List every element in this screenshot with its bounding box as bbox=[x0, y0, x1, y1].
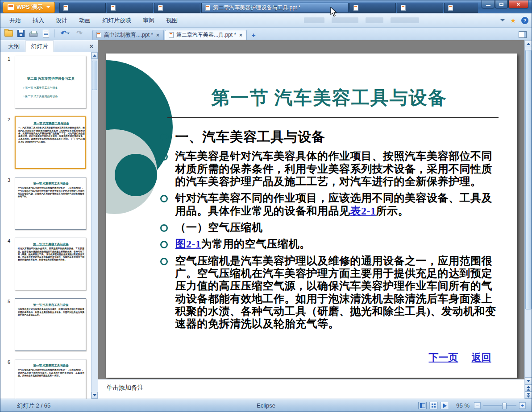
arrow-down-icon bbox=[527, 380, 530, 382]
zoom-slider[interactable] bbox=[483, 402, 516, 409]
nav-link-返回[interactable]: 返回 bbox=[472, 352, 491, 363]
save-icon bbox=[17, 30, 25, 37]
tab-slides[interactable]: 幻灯片 bbox=[25, 41, 54, 52]
menu-item-视图[interactable]: 视图 bbox=[160, 15, 183, 26]
inactive-window-tab[interactable] bbox=[107, 3, 153, 13]
thumbnail-content: 第一节 汽车美容工具与设备空气压缩机是汽车美容护理以及维修的通用设备之一，应用范… bbox=[15, 181, 86, 230]
scroll-up-button[interactable] bbox=[91, 52, 98, 59]
document-tab-close-icon[interactable]: × bbox=[239, 32, 243, 38]
slide-title[interactable]: 第一节 汽车美容工具与设备 bbox=[159, 86, 499, 110]
ppt-file-icon bbox=[96, 32, 101, 38]
minimize-button[interactable] bbox=[482, 0, 495, 8]
tab-outline[interactable]: 大纲 bbox=[3, 41, 25, 52]
inactive-window-tab[interactable] bbox=[349, 3, 396, 13]
undo-button[interactable]: ↶ bbox=[58, 29, 72, 38]
slideshow-button[interactable] bbox=[441, 402, 449, 409]
scroll-down-button[interactable] bbox=[525, 377, 532, 384]
menu-item-动画[interactable]: 动画 bbox=[73, 15, 96, 26]
wps-app-button[interactable]: WPS 演示 bbox=[3, 2, 55, 13]
slide-number: 4 bbox=[8, 238, 10, 243]
inactive-window-tab[interactable] bbox=[444, 3, 478, 13]
sidebar-scroll-track[interactable] bbox=[91, 59, 98, 392]
print-icon bbox=[29, 33, 37, 37]
help-icon[interactable]: ? bbox=[521, 17, 528, 24]
zoom-out-button[interactable]: − bbox=[474, 402, 481, 409]
thumbnail-row: 5第一节 汽车美容工具与设备汽车美容是针对汽车美容具体的作业项目、按照汽车美容部… bbox=[15, 298, 86, 351]
slide-canvas: 第一节 汽车美容工具与设备 一、汽车美容工具与设备汽车美容是针对汽车美容具体的作… bbox=[98, 40, 524, 379]
close-button[interactable]: × bbox=[508, 0, 528, 8]
hyperlink-表2-1[interactable]: 表2-1 bbox=[350, 205, 376, 217]
thumbnail-row: 4第一节 汽车美容工具与设备针对汽车美容不同的作业项目，应该选用不同的美容设备、… bbox=[15, 238, 86, 290]
slide-thumbnail-2[interactable]: 第一节 汽车美容工具与设备一、汽车美容工具与设备 汽车美容是针对汽车美容具体的作… bbox=[15, 116, 86, 169]
presentation-file-icon bbox=[353, 5, 358, 11]
thumbnail-content: 第一节 汽车美容工具与设备空气压缩机是汽车美容护理以及维修的通用设备之一，应用范… bbox=[15, 363, 86, 399]
new-document-tab-button[interactable]: + bbox=[249, 31, 258, 39]
sidebar-tabs: 大纲 幻灯片 × bbox=[0, 40, 98, 52]
sidebar-close-button[interactable]: × bbox=[88, 43, 95, 50]
wps-logo-icon bbox=[8, 4, 14, 10]
slide-text: 空气压缩机是汽车美容护理以及维修的通用设备之一，应用范围很广。空气压缩机在汽车美… bbox=[175, 255, 496, 330]
normal-view-button[interactable] bbox=[418, 402, 427, 409]
document-tab[interactable]: 第二章汽车美容...具.ppt *× bbox=[165, 30, 247, 40]
save-button[interactable] bbox=[16, 29, 26, 38]
nav-link-下一页[interactable]: 下一页 bbox=[429, 352, 458, 363]
bullet-circle-icon bbox=[160, 258, 168, 265]
redo-button[interactable]: ↷ bbox=[75, 29, 84, 38]
inactive-window-tab[interactable] bbox=[59, 3, 106, 13]
zoom-slider-thumb[interactable] bbox=[502, 403, 507, 409]
document-tab[interactable]: 高中法制教育....ppt *× bbox=[92, 30, 164, 40]
print-preview-icon bbox=[43, 30, 49, 37]
thumbnail-body: 空气压缩机是汽车美容护理以及维修的通用设备之一，应用范围很广。针对汽车美容不同的… bbox=[15, 367, 86, 377]
menu-item-设计[interactable]: 设计 bbox=[50, 15, 73, 26]
menu-item-幻灯片放映[interactable]: 幻灯片放映 bbox=[96, 15, 137, 26]
thumbnail-list: 1第二章 汽车美容护理设备与工具○ 第一节 汽车美容工具与设备○ 第二节 汽车美… bbox=[0, 52, 91, 399]
slide-thumbnail-6[interactable]: 第一节 汽车美容工具与设备空气压缩机是汽车美容护理以及维修的通用设备之一，应用范… bbox=[15, 359, 86, 399]
slide-thumbnail-5[interactable]: 第一节 汽车美容工具与设备汽车美容是针对汽车美容具体的作业项目、按照汽车美容部位… bbox=[15, 298, 86, 351]
thumbnail-row: 6第一节 汽车美容工具与设备空气压缩机是汽车美容护理以及维修的通用设备之一，应用… bbox=[15, 359, 86, 399]
main-scroll-track[interactable] bbox=[525, 47, 532, 377]
scroll-down-button[interactable] bbox=[91, 392, 98, 399]
sidebar-scroll-thumb[interactable] bbox=[92, 61, 97, 90]
main-scrollbar[interactable] bbox=[524, 40, 532, 399]
collapse-toolbar-icon[interactable] bbox=[500, 19, 505, 21]
document-tab-close-icon[interactable]: × bbox=[156, 32, 160, 38]
print-preview-button[interactable] bbox=[41, 29, 51, 38]
active-window-tab[interactable]: 第二章汽车美容护理设备与工具.ppt * bbox=[201, 3, 349, 13]
slide-thumbnail-3[interactable]: 第一节 汽车美容工具与设备空气压缩机是汽车美容护理以及维修的通用设备之一，应用范… bbox=[15, 177, 86, 230]
slide-editor[interactable]: 第一节 汽车美容工具与设备 一、汽车美容工具与设备汽车美容是针对汽车美容具体的作… bbox=[106, 54, 517, 378]
hyperlink-图2-1[interactable]: 图2-1 bbox=[175, 238, 201, 250]
chevron-down-icon bbox=[46, 6, 50, 8]
menu-item-审阅[interactable]: 审阅 bbox=[137, 15, 160, 26]
print-button[interactable] bbox=[29, 29, 38, 38]
thumbnail-content: 第一节 汽车美容工具与设备一、汽车美容工具与设备 汽车美容是针对汽车美容具体的作… bbox=[16, 121, 86, 169]
favorites-star-icon[interactable]: ★ bbox=[510, 17, 516, 24]
sidebar-scrollbar[interactable] bbox=[91, 52, 98, 399]
slide-bullet: 空气压缩机是汽车美容护理以及维修的通用设备之一，应用范围很广。空气压缩机在汽车美… bbox=[159, 255, 499, 330]
inactive-window-tab[interactable] bbox=[397, 3, 443, 13]
main-scroll-thumb[interactable] bbox=[525, 50, 532, 309]
zoom-in-button[interactable]: + bbox=[519, 402, 526, 409]
presentation-file-icon bbox=[63, 5, 68, 11]
slide-sorter-button[interactable] bbox=[429, 402, 438, 409]
quick-access-icons: ↶ ↷ bbox=[2, 27, 86, 40]
thumbnail-content: 第一节 汽车美容工具与设备汽车美容是针对汽车美容具体的作业项目、按照汽车美容部位… bbox=[15, 303, 86, 351]
slide-thumbnail-1[interactable]: 第二章 汽车美容护理设备与工具○ 第一节 汽车美容工具与设备○ 第二节 汽车美容… bbox=[15, 56, 86, 108]
slide-indicator: 幻灯片 2 / 65 bbox=[0, 402, 50, 410]
thumbnail-title: 第一节 汽车美容工具与设备 bbox=[16, 121, 86, 125]
task-pane-icon[interactable] bbox=[519, 31, 527, 38]
thumbnail-row: 1第二章 汽车美容护理设备与工具○ 第一节 汽车美容工具与设备○ 第二节 汽车美… bbox=[15, 56, 86, 108]
inactive-window-tab[interactable] bbox=[154, 3, 200, 13]
maximize-button[interactable] bbox=[495, 0, 508, 8]
next-slide-button[interactable] bbox=[525, 391, 532, 399]
document-tab-label: 第二章汽车美容...具.ppt * bbox=[176, 31, 236, 39]
open-file-button[interactable] bbox=[4, 29, 13, 38]
scroll-up-button[interactable] bbox=[525, 40, 532, 47]
slide-body-text[interactable]: 一、汽车美容工具与设备汽车美容是针对汽车美容具体的作业项目、按照汽车美容部位不同… bbox=[159, 129, 499, 330]
menu-item-插入[interactable]: 插入 bbox=[27, 15, 50, 26]
previous-slide-button[interactable] bbox=[525, 384, 532, 391]
slide-thumbnail-4[interactable]: 第一节 汽车美容工具与设备针对汽车美容不同的作业项目，应该选用不同的美容设备、工… bbox=[15, 238, 86, 290]
menu-item-开始[interactable]: 开始 bbox=[4, 15, 27, 26]
notes-input[interactable]: 单击添加备注 bbox=[98, 379, 524, 399]
disabled-command-ghost bbox=[366, 17, 383, 23]
slide-sorter-icon bbox=[432, 404, 436, 408]
